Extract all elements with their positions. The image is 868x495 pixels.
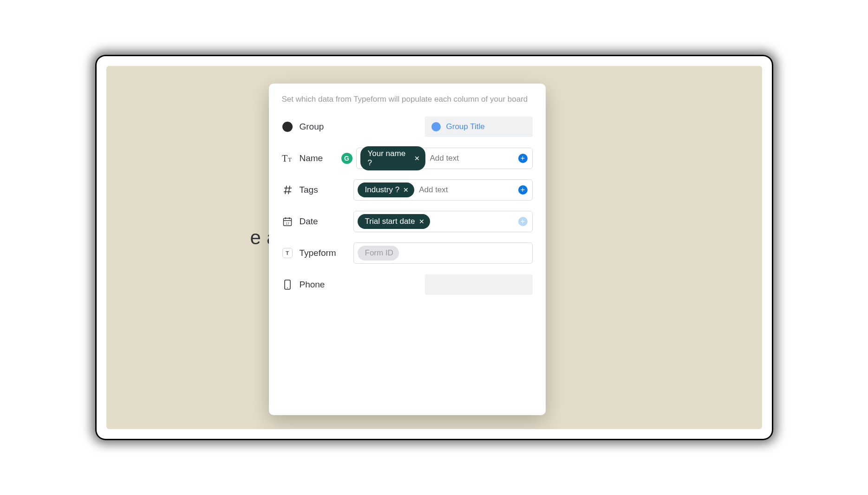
chip-industry-label: Industry ? — [365, 185, 400, 195]
svg-text:T: T — [288, 156, 292, 163]
hash-icon — [282, 184, 293, 195]
phone-empty-slot[interactable] — [425, 274, 533, 295]
svg-line-5 — [288, 186, 290, 194]
chip-form-id[interactable]: Form ID — [358, 246, 399, 261]
plus-icon: + — [521, 218, 525, 225]
name-add-text-input[interactable] — [430, 154, 529, 163]
phone-icon — [282, 279, 293, 290]
row-tags-label-area: Tags — [282, 184, 353, 195]
chip-form-id-label: Form ID — [365, 248, 393, 258]
row-date-label: Date — [300, 216, 318, 227]
group-title-label: Group Title — [446, 122, 485, 131]
chip-your-name[interactable]: Your name ? ✕ — [360, 146, 425, 170]
group-icon — [282, 121, 293, 132]
row-group: Group Group Title — [282, 116, 533, 137]
grammarly-icon[interactable]: G — [341, 153, 352, 164]
tags-add-text-input[interactable] — [419, 185, 528, 195]
row-typeform-label: Typeform — [300, 248, 336, 258]
row-tags-label: Tags — [300, 185, 318, 195]
chip-trial-start-label: Trial start date — [365, 217, 415, 226]
typeform-icon: T — [282, 248, 293, 259]
chip-trial-start-remove-icon[interactable]: ✕ — [419, 218, 424, 225]
row-tags: Tags Industry ? ✕ + — [282, 179, 533, 201]
name-field[interactable]: Your name ? ✕ + — [356, 148, 533, 169]
chip-industry[interactable]: Industry ? ✕ — [358, 182, 415, 197]
svg-text:17: 17 — [286, 222, 289, 225]
typeform-field[interactable]: Form ID — [353, 242, 533, 264]
tags-add-button[interactable]: + — [518, 185, 528, 195]
svg-line-4 — [285, 186, 287, 194]
row-typeform-label-area: T Typeform — [282, 248, 353, 259]
row-group-label: Group — [300, 122, 324, 132]
row-name: T T Name G Your name ? ✕ + — [282, 148, 533, 169]
row-name-label: Name — [300, 153, 323, 163]
row-phone-label: Phone — [300, 280, 325, 290]
svg-point-12 — [287, 287, 288, 288]
typeform-t-badge: T — [282, 248, 293, 258]
date-field[interactable]: Trial start date ✕ + — [353, 211, 533, 232]
chip-your-name-label: Your name ? — [368, 149, 411, 168]
row-date-label-area: 17 Date — [282, 216, 353, 227]
chip-industry-remove-icon[interactable]: ✕ — [403, 187, 409, 193]
text-icon: T T — [282, 153, 293, 164]
chip-your-name-remove-icon[interactable]: ✕ — [414, 155, 420, 162]
modal-description: Set which data from Typeform will popula… — [282, 95, 533, 104]
row-typeform: T Typeform Form ID — [282, 242, 533, 264]
chip-trial-start-date[interactable]: Trial start date ✕ — [358, 214, 430, 229]
group-title-slot[interactable]: Group Title — [425, 117, 533, 137]
plus-icon: + — [521, 155, 525, 162]
group-title-dot-icon — [431, 122, 441, 131]
calendar-icon: 17 — [282, 216, 293, 227]
row-group-label-area: Group — [282, 121, 353, 132]
plus-icon: + — [521, 186, 525, 194]
mapping-modal: Set which data from Typeform will popula… — [269, 84, 546, 415]
row-date: 17 Date Trial start date ✕ + — [282, 211, 533, 232]
tags-field[interactable]: Industry ? ✕ + — [353, 179, 533, 201]
svg-text:T: T — [282, 153, 287, 163]
date-add-button[interactable]: + — [518, 217, 528, 226]
row-phone-label-area: Phone — [282, 279, 353, 290]
window-frame: e a pulse Set which data from Typeform w… — [95, 55, 773, 440]
name-add-button[interactable]: + — [518, 154, 528, 163]
page-background: e a pulse Set which data from Typeform w… — [106, 66, 762, 429]
row-phone: Phone — [282, 274, 533, 295]
